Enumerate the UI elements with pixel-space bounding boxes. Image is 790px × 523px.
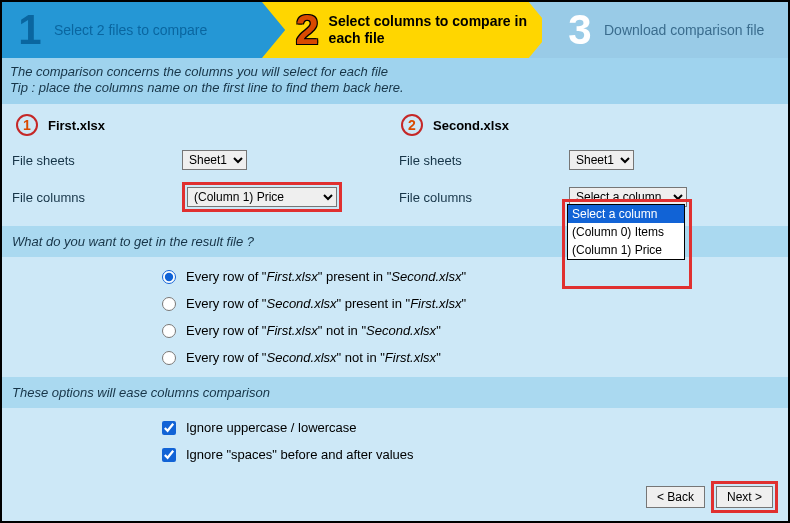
- file-left-header: 1 First.xlsx: [16, 114, 393, 136]
- file-right-header: 2 Second.xlsx: [401, 114, 778, 136]
- step-3-number: 3: [560, 6, 600, 54]
- file-right-name: Second.xlsx: [433, 118, 509, 133]
- right-cols-label: File columns: [399, 190, 569, 205]
- step-2-number: 2: [290, 6, 325, 54]
- step-3-text: Download comparison file: [600, 22, 764, 39]
- wizard-step-3[interactable]: 3 Download comparison file: [542, 2, 790, 58]
- info-line-1: The comparison concerns the columns you …: [10, 64, 780, 80]
- check-ignore-spaces-label: Ignore "spaces" before and after values: [186, 447, 413, 462]
- checkbox-group: Ignore uppercase / lowercase Ignore "spa…: [2, 408, 788, 474]
- left-sheets-label: File sheets: [12, 153, 182, 168]
- next-button-highlight: Next >: [711, 481, 778, 513]
- radio-option-2-text: Every row of "Second.xlsx" present in "F…: [186, 296, 466, 311]
- left-sheets-select[interactable]: Sheet1: [182, 150, 247, 170]
- wizard-header: 1 Select 2 files to compare 2 Select col…: [2, 2, 788, 58]
- dropdown-item-2[interactable]: (Column 1) Price: [568, 241, 684, 259]
- step-2-text: Select columns to compare in each file: [325, 13, 552, 47]
- radio-option-4[interactable]: [162, 351, 176, 365]
- file-badge-1-icon: 1: [16, 114, 38, 136]
- wizard-step-2[interactable]: 2 Select columns to compare in each file: [262, 2, 552, 58]
- info-line-2: Tip : place the columns name on the firs…: [10, 80, 780, 96]
- file-left-name: First.xlsx: [48, 118, 105, 133]
- check-ignore-case[interactable]: [162, 421, 176, 435]
- file-badge-2-icon: 2: [401, 114, 423, 136]
- info-bar: The comparison concerns the columns you …: [2, 58, 788, 104]
- footer-buttons: < Back Next >: [646, 481, 778, 513]
- radio-option-4-text: Every row of "Second.xlsx" not in "First…: [186, 350, 441, 365]
- options-header: These options will ease columns comparis…: [2, 377, 788, 408]
- radio-option-2[interactable]: [162, 297, 176, 311]
- radio-option-1[interactable]: [162, 270, 176, 284]
- radio-option-1-text: Every row of "First.xlsx" present in "Se…: [186, 269, 466, 284]
- radio-option-3-text: Every row of "First.xlsx" not in "Second…: [186, 323, 441, 338]
- step-1-number: 1: [10, 6, 50, 54]
- radio-option-3[interactable]: [162, 324, 176, 338]
- check-ignore-spaces[interactable]: [162, 448, 176, 462]
- dropdown-item-1[interactable]: (Column 0) Items: [568, 223, 684, 241]
- back-button[interactable]: < Back: [646, 486, 705, 508]
- dropdown-item-0[interactable]: Select a column: [568, 205, 684, 223]
- check-ignore-case-label: Ignore uppercase / lowercase: [186, 420, 357, 435]
- next-button[interactable]: Next >: [716, 486, 773, 508]
- left-cols-highlight: (Column 1) Price: [182, 182, 342, 212]
- right-sheets-label: File sheets: [399, 153, 569, 168]
- left-cols-select[interactable]: (Column 1) Price: [187, 187, 337, 207]
- wizard-step-1[interactable]: 1 Select 2 files to compare: [2, 2, 292, 58]
- step-1-text: Select 2 files to compare: [50, 22, 207, 39]
- left-cols-label: File columns: [12, 190, 182, 205]
- main-panel: 1 First.xlsx 2 Second.xlsx File sheets S…: [2, 104, 788, 474]
- right-cols-dropdown-list[interactable]: Select a column (Column 0) Items (Column…: [567, 204, 685, 260]
- right-sheets-select[interactable]: Sheet1: [569, 150, 634, 170]
